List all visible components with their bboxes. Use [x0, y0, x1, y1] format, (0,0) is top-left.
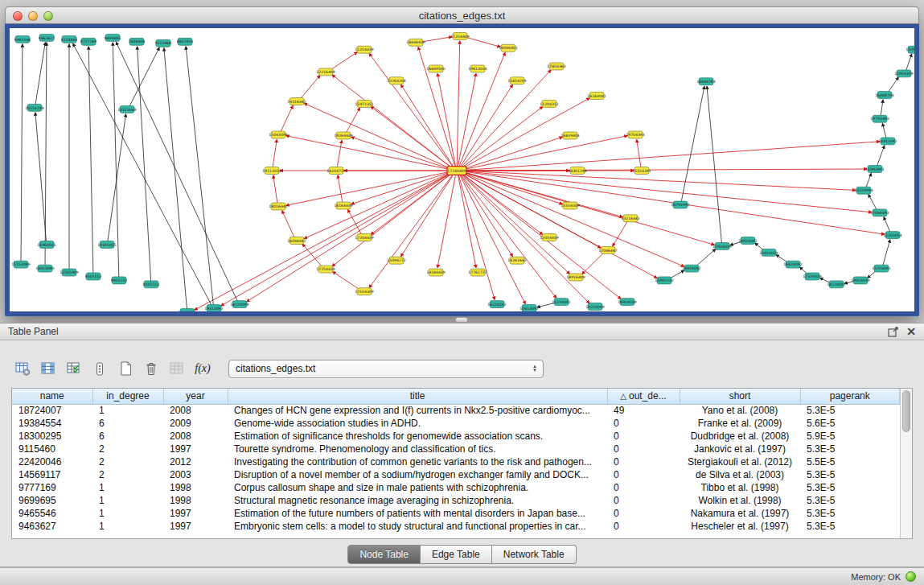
column-header-in-degree[interactable]: in_degree [92, 389, 163, 404]
cell-year[interactable]: 1998 [163, 494, 228, 507]
network-node[interactable]: 18124092 [827, 281, 845, 288]
citation-edge-black[interactable] [883, 240, 890, 266]
network-node[interactable]: 16624092 [783, 261, 802, 268]
cell-title[interactable]: Structural magnetic resonance image aver… [228, 494, 607, 507]
network-node[interactable]: 16848794 [875, 92, 893, 99]
network-node[interactable]: 19613034 [468, 65, 487, 72]
network-node[interactable]: 16648794 [696, 78, 715, 85]
cell-name[interactable]: 9699695 [12, 494, 92, 507]
cell-title[interactable]: Genome-wide association studies in ADHD. [228, 417, 607, 430]
network-node[interactable]: 15724092 [872, 265, 890, 272]
network-node[interactable]: 11254439 [355, 46, 373, 53]
citation-edge-red[interactable] [462, 172, 684, 267]
citation-edge-red[interactable] [458, 174, 495, 300]
citation-edge-red[interactable] [332, 172, 453, 266]
cell-out_degree[interactable]: 0 [607, 481, 680, 494]
cell-in_degree[interactable]: 2 [92, 443, 163, 455]
float-panel-icon[interactable] [888, 327, 898, 337]
cell-short[interactable]: Dudbridge et al. (2008) [680, 430, 800, 443]
network-node[interactable]: 19024039 [851, 277, 869, 284]
citation-edge-black[interactable] [164, 48, 187, 309]
zoom-window-button[interactable] [43, 11, 53, 21]
network-node[interactable]: 19224099 [585, 303, 604, 311]
row-selector-icon[interactable] [88, 358, 111, 379]
column-header-title[interactable]: title [228, 389, 607, 404]
network-node[interactable]: 11204312 [540, 100, 558, 107]
cell-year[interactable]: 2012 [163, 455, 228, 468]
network-node[interactable]: 18016442 [269, 203, 287, 210]
tab-network-table[interactable]: Network Table [492, 545, 577, 564]
column-header-name[interactable]: name [12, 389, 92, 404]
column-header-pagerank[interactable]: pagerank [800, 389, 900, 404]
network-node[interactable]: 9777169 [80, 38, 97, 45]
citation-edge-red[interactable] [465, 37, 500, 47]
network-node[interactable]: 15224092 [552, 299, 570, 306]
citation-edge-red[interactable] [582, 252, 605, 274]
citation-edge-red[interactable] [286, 136, 452, 171]
delete-table-icon[interactable] [140, 358, 162, 379]
citation-edge-red[interactable] [637, 139, 641, 167]
network-node[interactable]: 16046447 [287, 237, 306, 245]
cell-pagerank[interactable]: 5.3E-5 [800, 507, 900, 520]
cell-short[interactable]: Jankovic et al. (1997) [680, 443, 800, 455]
citation-edge-red[interactable] [437, 174, 456, 268]
network-node[interactable]: 17924039 [713, 242, 731, 249]
network-node[interactable]: 8852935 [177, 38, 194, 45]
citation-edge-black[interactable] [888, 77, 898, 93]
network-node[interactable]: 15093090 [906, 46, 914, 53]
network-node[interactable]: 15554391 [632, 167, 651, 175]
network-node[interactable]: 16261642 [507, 257, 526, 264]
cell-name[interactable]: 22420046 [12, 455, 92, 468]
cell-out_degree[interactable]: 0 [607, 520, 680, 533]
network-table-select[interactable]: citations_edges.txt ▲▼ [228, 360, 544, 378]
cell-in_degree[interactable]: 1 [92, 494, 163, 507]
citation-edge-red[interactable] [421, 37, 452, 42]
cell-out_degree[interactable]: 0 [607, 417, 680, 430]
citation-edge-black[interactable] [186, 47, 213, 305]
memory-status-indicator[interactable] [906, 571, 916, 582]
window-titlebar[interactable]: citations_edges.txt [5, 6, 919, 24]
network-canvas[interactable]: 1724040918301296155543091205443916261642… [10, 28, 914, 311]
cell-title[interactable]: Changes of HCN gene expression and I(f) … [228, 404, 607, 417]
cell-year[interactable]: 1997 [163, 443, 228, 455]
network-node[interactable]: 16164439 [334, 202, 352, 209]
network-node[interactable]: 16793992 [671, 201, 689, 208]
cell-title[interactable]: Estimation of the future numbers of pati… [228, 507, 607, 520]
network-node[interactable]: 15043099 [269, 131, 287, 138]
cell-name[interactable]: 18300295 [12, 430, 92, 443]
citation-edge-black[interactable] [35, 113, 47, 241]
new-table-icon[interactable] [114, 358, 137, 379]
network-node[interactable]: 15993991 [865, 166, 884, 173]
cell-year[interactable]: 2003 [163, 468, 228, 481]
cell-out_degree[interactable]: 0 [607, 507, 680, 520]
cell-pagerank[interactable]: 5.3E-5 [800, 443, 900, 455]
citation-edge-black[interactable] [881, 100, 883, 116]
citation-edge-red[interactable] [195, 172, 453, 310]
network-node[interactable]: 17850363 [547, 63, 565, 70]
network-node[interactable]: 15992210 [655, 277, 673, 284]
cell-out_degree[interactable]: 49 [607, 404, 680, 417]
minimize-window-button[interactable] [28, 11, 38, 21]
table-row[interactable]: 977716911998Corpus callosum shape and si… [12, 481, 900, 494]
cell-name[interactable]: 9115460 [12, 443, 92, 455]
table-scrollbar-thumb[interactable] [902, 390, 910, 432]
network-node[interactable]: 17204439 [355, 234, 373, 241]
network-node[interactable]: 17240409 [447, 167, 466, 175]
citation-edge-red[interactable] [330, 52, 357, 71]
cell-title[interactable]: Disruption of a novel member of a sodium… [228, 468, 607, 481]
cell-title[interactable]: Investigating the contribution of common… [228, 455, 607, 468]
cell-in_degree[interactable]: 6 [92, 430, 163, 443]
network-node[interactable]: 17554309 [355, 288, 373, 295]
cell-in_degree[interactable]: 2 [92, 455, 163, 468]
network-node[interactable]: 19704393 [626, 131, 644, 138]
network-node[interactable]: 15153099 [11, 261, 30, 268]
citation-edge-red[interactable] [282, 211, 294, 238]
cell-year[interactable]: 1997 [163, 520, 228, 533]
cell-short[interactable]: Stergiakouli et al. (2012) [680, 455, 800, 468]
network-node[interactable]: 15924039 [759, 249, 778, 256]
citation-edge-black[interactable] [108, 114, 126, 241]
table-row[interactable]: 969969511998Structural magnetic resonanc… [12, 494, 900, 507]
cell-title[interactable]: Tourette syndrome. Phenomenology and cla… [228, 443, 607, 455]
cell-name[interactable]: 9463627 [12, 520, 92, 533]
citation-edge-red[interactable] [273, 175, 277, 204]
